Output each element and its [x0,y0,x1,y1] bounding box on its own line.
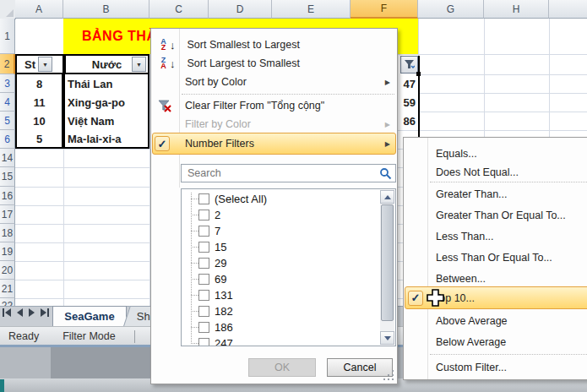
row-header-18[interactable]: 18 [0,224,15,242]
first-sheet-button[interactable] [3,308,11,317]
cell-b2-header[interactable]: Nước ▼ [64,54,149,74]
row-header-20[interactable]: 20 [0,261,15,280]
row-header-4[interactable]: 4 [0,93,15,112]
col-header-f-selected[interactable]: F [351,0,418,19]
select-all-corner[interactable] [0,0,16,19]
cell-a3[interactable]: 8 [15,74,63,93]
cell-value: Thái Lan [68,78,112,90]
filter-value-option[interactable]: 2 [182,207,376,223]
filter-value-option[interactable]: 15 [182,239,376,255]
checkbox-icon[interactable] [198,193,209,204]
cell-value: 10 [33,115,45,128]
submenu-item-does-not-equal[interactable]: Does Not Equal... [404,161,587,182]
submenu-item-above-average[interactable]: Above Average [404,310,587,331]
row-header-14[interactable]: 14 [0,149,15,167]
menu-item-sort-by-color[interactable]: Sort by Color ▶ [151,73,397,91]
checkbox-icon[interactable] [198,306,209,317]
filter-value-select-all[interactable]: (Select All) [182,191,376,207]
ok-button[interactable]: OK [248,358,316,377]
cell-b3[interactable]: Thái Lan [63,74,149,93]
row-label: 19 [2,246,13,258]
row-header-19[interactable]: 19 [0,242,15,261]
filter-value-option[interactable]: 29 [182,255,376,271]
checkbox-icon[interactable] [198,226,209,237]
checkbox-icon[interactable] [198,290,209,301]
row-label: 5 [4,115,10,127]
filter-value-option[interactable]: 247 [182,335,376,346]
last-sheet-button[interactable] [41,308,49,317]
col-header-c[interactable]: C [149,0,209,19]
col-header-a[interactable]: A [15,0,63,19]
menu-item-sort-smallest[interactable]: AZ ↓ Sort Smallest to Largest [151,35,397,54]
col-label: D [236,3,244,15]
tab-seagame[interactable]: SeaGame [52,306,127,326]
checkbox-icon[interactable] [198,210,209,220]
checkbox-icon[interactable] [198,338,209,346]
cell-a6[interactable]: 5 [15,130,63,149]
filter-value-option[interactable]: 182 [182,303,376,319]
col-header-e[interactable]: E [272,0,351,19]
list-scrollbar[interactable] [380,190,394,345]
search-input[interactable] [186,166,379,180]
submenu-item-below-average[interactable]: Below Average [404,331,587,352]
checkbox-icon[interactable] [198,274,209,285]
cell-a2-header[interactable]: St ▼ [15,54,64,74]
col-header-h[interactable]: H [484,0,549,19]
next-sheet-button[interactable] [29,308,35,317]
stt-filter-dropdown-button[interactable]: ▼ [38,57,52,72]
search-icon[interactable] [379,167,392,180]
prev-sheet-button[interactable] [17,308,23,317]
col-header-d[interactable]: D [209,0,272,19]
cell-b5[interactable]: Việt Nam [63,112,149,130]
cell-b4[interactable]: Xing-ga-po [63,93,149,112]
cell-a4[interactable]: 11 [15,93,63,112]
row-header-22-clipped[interactable]: 22 [0,298,15,306]
submenu-item-less-or-equal[interactable]: Less Than Or Equal To... [404,247,587,268]
menu-separator [182,94,394,95]
row-label: 4 [4,96,10,108]
header-nuoc-label: Nước [92,58,122,71]
nuoc-filter-dropdown-button[interactable]: ▼ [132,57,146,72]
menu-label: Filter by Color [185,118,251,130]
row-header-17[interactable]: 17 [0,205,15,224]
col-header-g[interactable]: G [418,0,484,19]
cell-b6[interactable]: Ma-lai-xi-a [63,130,149,149]
row-header-21[interactable]: 21 [0,280,15,298]
col-header-partial[interactable] [549,0,587,19]
row-header-3[interactable]: 3 [0,74,15,93]
row-header-15[interactable]: 15 [0,167,15,187]
row-header-1[interactable]: 1 [0,19,15,54]
filter-value-option[interactable]: 186 [182,319,376,335]
submenu-item-less-than[interactable]: Less Than... [404,226,587,247]
submenu-arrow-icon: ▶ [385,79,390,86]
filter-value-option[interactable]: 7 [182,223,376,239]
filter-value-option[interactable]: 131 [182,287,376,303]
row-header-6[interactable]: 6 [0,130,15,149]
tong-cong-filter-applied-button[interactable] [400,56,418,74]
resize-grip[interactable] [383,371,394,381]
col-label: H [513,3,520,15]
checkbox-icon[interactable] [198,242,209,253]
cell-a5[interactable]: 10 [15,112,63,130]
checkbox-icon[interactable] [198,258,209,269]
row-header-2-selected[interactable]: 2 [0,54,15,74]
row-label: 18 [2,227,13,239]
filter-value-option[interactable]: 69 [182,271,376,287]
scroll-down-button[interactable] [380,331,394,345]
col-label: E [307,3,314,15]
scrollbar-thumb[interactable] [381,204,394,321]
row-header-16[interactable]: 16 [0,187,15,205]
checkbox-icon[interactable] [198,322,209,333]
menu-item-sort-largest[interactable]: ZA ↓ Sort Largest to Smallest [151,54,397,73]
submenu-item-greater-or-equal[interactable]: Greater Than Or Equal To... [404,204,587,226]
row-header-5[interactable]: 5 [0,112,15,130]
scroll-up-button[interactable] [380,190,394,204]
submenu-item-top-10[interactable]: ✓ Top 10... [404,287,587,308]
selection-handle[interactable] [416,72,421,76]
submenu-item-greater-than[interactable]: Greater Than... [404,183,587,204]
menu-item-number-filters[interactable]: ✓ Number Filters ▶ [151,134,397,153]
col-header-b[interactable]: B [63,0,149,19]
menu-item-clear-filter[interactable]: Clear Filter From "Tổng cộng" [151,96,397,115]
submenu-item-custom-filter[interactable]: Custom Filter... [404,357,587,378]
cell-value: 86 [404,115,416,128]
